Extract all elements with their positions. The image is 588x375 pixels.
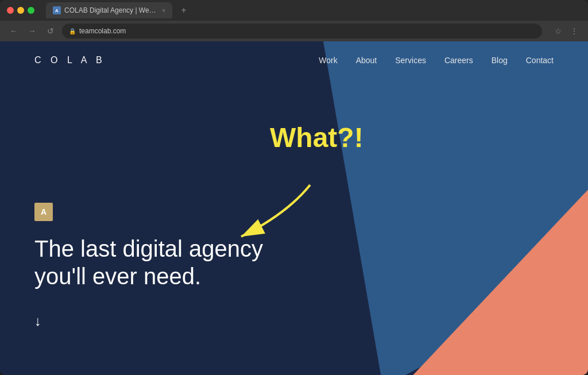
maximize-window-button[interactable]: [28, 7, 34, 14]
site-header: C O L A B Work About Services Careers Bl…: [0, 41, 588, 79]
browser-tab[interactable]: A COLAB Digital Agency | Websi… ×: [46, 2, 172, 18]
nav-blog[interactable]: Blog: [492, 56, 508, 65]
minimize-window-button[interactable]: [17, 7, 24, 14]
nav-careers[interactable]: Careers: [444, 56, 473, 65]
new-tab-button[interactable]: +: [177, 3, 191, 17]
url-text: teamcolab.com: [79, 27, 126, 35]
tab-favicon-icon: A: [53, 6, 61, 14]
browser-actions: ☆ ⋮: [551, 24, 581, 38]
browser-nav-bar: ← → ↺ 🔒 teamcolab.com ☆ ⋮: [0, 21, 588, 41]
nav-about[interactable]: About: [356, 56, 377, 65]
tab-bar: A COLAB Digital Agency | Websi… × +: [46, 2, 581, 18]
refresh-button[interactable]: ↺: [44, 24, 57, 38]
browser-window: A COLAB Digital Agency | Websi… × + ← → …: [0, 0, 588, 375]
site-logo[interactable]: C O L A B: [34, 55, 106, 65]
lock-icon: 🔒: [69, 28, 76, 34]
nav-work[interactable]: Work: [319, 56, 337, 65]
tab-close-button[interactable]: ×: [162, 7, 165, 14]
hero-content: A The last digital agency you'll ever ne…: [34, 203, 276, 329]
address-bar[interactable]: 🔒 teamcolab.com: [62, 24, 542, 38]
website-content: C O L A B Work About Services Careers Bl…: [0, 41, 588, 375]
close-window-button[interactable]: [7, 7, 14, 14]
browser-menu-button[interactable]: ⋮: [567, 24, 581, 38]
nav-contact[interactable]: Contact: [526, 56, 554, 65]
bookmark-button[interactable]: ☆: [551, 24, 565, 38]
back-button[interactable]: ←: [7, 24, 21, 38]
site-nav: Work About Services Careers Blog Contact: [319, 56, 554, 65]
title-bar: A COLAB Digital Agency | Websi… × +: [0, 0, 588, 21]
nav-services[interactable]: Services: [395, 56, 426, 65]
hero-headline: The last digital agency you'll ever need…: [34, 235, 276, 290]
forward-button[interactable]: →: [25, 24, 39, 38]
tab-title: COLAB Digital Agency | Websi…: [64, 6, 158, 14]
scroll-down-arrow[interactable]: ↓: [34, 313, 276, 329]
traffic-lights: [7, 7, 34, 14]
hero-icon: A: [34, 203, 53, 221]
